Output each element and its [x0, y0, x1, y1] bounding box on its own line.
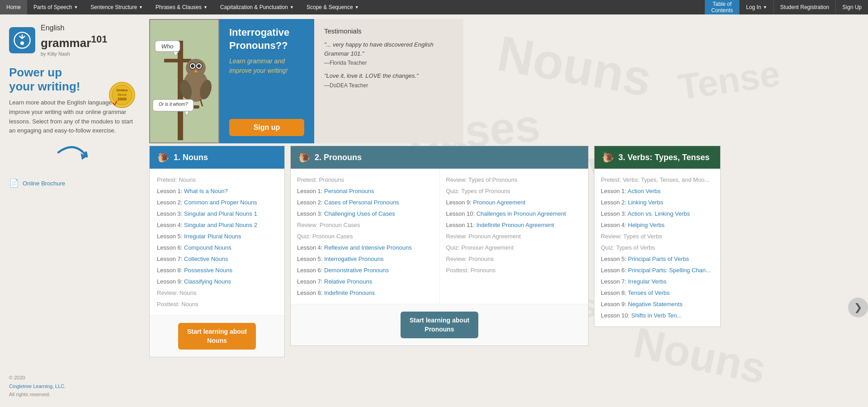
verbs-lesson-2-link[interactable]: Linking Verbs: [628, 199, 663, 206]
pronouns-review-pronouns: Review: Pronouns: [446, 253, 582, 265]
nouns-lesson-1-link[interactable]: What Is a Noun?: [184, 188, 228, 194]
nav-student-reg[interactable]: Student Registration: [774, 0, 836, 14]
nouns-lesson-4-link[interactable]: Singular and Plural Nouns 2: [184, 222, 257, 228]
brochure-link[interactable]: 📄 Online Brochure: [9, 178, 140, 188]
verbs-lesson-8[interactable]: Lesson 8: Tenses of Verbs: [601, 287, 714, 298]
nav-capitalization[interactable]: Capitalization & Punctuation ▼: [214, 0, 300, 14]
verbs-lesson-1[interactable]: Lesson 1: Action Verbs: [601, 185, 714, 197]
pronouns-lesson-1-link[interactable]: Personal Pronouns: [324, 188, 374, 194]
logo-area: English grammar101 by Kitty Nash: [9, 24, 140, 57]
svg-text:Online: Online: [117, 88, 128, 92]
banner-promo: Interrogative Pronouns?? Learn grammar a…: [219, 19, 314, 143]
carousel-next-button[interactable]: ❯: [848, 298, 868, 317]
banner-signup-button[interactable]: Sign up: [229, 119, 304, 136]
verbs-lesson-7-link[interactable]: Irregular Verbs: [628, 278, 666, 285]
pdf-icon: 📄: [9, 178, 19, 188]
nouns-lesson-2[interactable]: Lesson 2: Common and Proper Nouns: [157, 197, 277, 208]
pronouns-lesson-4[interactable]: Lesson 4: Reflexive and Intensive Pronou…: [297, 242, 433, 253]
verbs-lesson-9-link[interactable]: Negative Statements: [628, 301, 683, 308]
nouns-icon: 🐌: [157, 151, 169, 163]
pronouns-lesson-6-link[interactable]: Demonstrative Pronouns: [324, 267, 389, 274]
pronouns-lesson-8-link[interactable]: Indefinite Pronouns: [324, 289, 375, 296]
pronouns-lesson-6[interactable]: Lesson 6: Demonstrative Pronouns: [297, 265, 433, 276]
pronouns-lesson-2-link[interactable]: Cases of Personal Pronouns: [324, 199, 399, 206]
nav-sentence-structure[interactable]: Sentence Structure ▼: [84, 0, 149, 14]
svg-point-14: [191, 64, 194, 68]
nouns-lesson-7[interactable]: Lesson 7: Collective Nouns: [157, 253, 277, 265]
online-badge: Online Since 2000: [108, 81, 136, 109]
start-pronouns-button[interactable]: Start learning about Pronouns: [401, 312, 478, 338]
pronouns-lesson-11[interactable]: Lesson 11: Indefinite Pronoun Agreement: [446, 219, 582, 231]
pronouns-lesson-5[interactable]: Lesson 5: Interrogative Pronouns: [297, 253, 433, 265]
pronouns-lesson-9-link[interactable]: Pronoun Agreement: [473, 199, 526, 206]
verbs-lesson-4[interactable]: Lesson 4: Helping Verbs: [601, 219, 714, 231]
pronouns-icon: 🐌: [298, 151, 310, 163]
brochure-label: Online Brochure: [23, 180, 65, 187]
pronouns-lesson-8[interactable]: Lesson 8: Indefinite Pronouns: [297, 287, 433, 298]
pronouns-lesson-3[interactable]: Lesson 3: Challenging Uses of Cases: [297, 208, 433, 219]
nouns-lesson-9[interactable]: Lesson 9: Classifying Nouns: [157, 276, 277, 287]
nav-scope-sequence[interactable]: Scope & Sequence ▼: [300, 0, 365, 14]
svg-point-11: [186, 59, 206, 77]
pronouns-lesson-4-link[interactable]: Reflexive and Intensive Pronouns: [324, 244, 412, 251]
nouns-lesson-3[interactable]: Lesson 3: Singular and Plural Nouns 1: [157, 208, 277, 219]
pronouns-lesson-3-link[interactable]: Challenging Uses of Cases: [324, 210, 395, 217]
nav-phrases-clauses[interactable]: Phrases & Clauses ▼: [149, 0, 214, 14]
copyright-company[interactable]: Cingletree Learning, LLC.: [9, 383, 66, 389]
verbs-lesson-6[interactable]: Lesson 6: Principal Parts: Spelling Chan…: [601, 265, 714, 276]
pronouns-lesson-10[interactable]: Lesson 10: Challenges in Pronoun Agreeme…: [446, 208, 582, 219]
toc-button[interactable]: Table ofContents: [705, 0, 739, 14]
svg-text:Since: Since: [118, 93, 127, 97]
svg-line-19: [189, 99, 191, 106]
pronouns-col-2: Review: Types of Pronouns Quiz: Types of…: [440, 169, 589, 304]
svg-point-17: [178, 78, 193, 100]
nav-right: Table ofContents Log In ▼ Student Regist…: [705, 0, 868, 14]
pronouns-lesson-7[interactable]: Lesson 7: Relative Pronouns: [297, 276, 433, 287]
verbs-lesson-3-link[interactable]: Action vs. Linking Verbs: [627, 210, 690, 217]
nouns-lesson-8-link[interactable]: Possessive Nouns: [184, 267, 232, 274]
caret-icon: ▼: [74, 5, 78, 9]
verbs-lesson-5[interactable]: Lesson 5: Principal Parts of Verbs: [601, 253, 714, 265]
nouns-lesson-6[interactable]: Lesson 6: Compound Nouns: [157, 242, 277, 253]
verbs-lesson-8-link[interactable]: Tenses of Verbs: [628, 289, 670, 296]
verbs-lesson-3[interactable]: Lesson 3: Action vs. Linking Verbs: [601, 208, 714, 219]
pronouns-lesson-2[interactable]: Lesson 2: Cases of Personal Pronouns: [297, 197, 433, 208]
nouns-lesson-6-link[interactable]: Compound Nouns: [184, 244, 231, 251]
nouns-lesson-4[interactable]: Lesson 4: Singular and Plural Nouns 2: [157, 219, 277, 231]
nouns-lesson-5[interactable]: Lesson 5: Irregular Plural Nouns: [157, 231, 277, 242]
svg-rect-22: [155, 41, 180, 52]
pronouns-lesson-7-link[interactable]: Relative Pronouns: [324, 278, 372, 285]
verbs-lesson-9[interactable]: Lesson 9: Negative Statements: [601, 298, 714, 310]
nouns-lesson-1[interactable]: Lesson 1: What Is a Noun?: [157, 185, 277, 197]
verbs-lesson-10[interactable]: Lesson 10: Shifts in Verb Ten...: [601, 310, 714, 321]
nouns-lesson-7-link[interactable]: Collective Nouns: [184, 256, 228, 262]
verbs-pretest: Pretest: Verbs: Types, Tenses, and Moo..…: [601, 174, 714, 185]
pronouns-lesson-9[interactable]: Lesson 9: Pronoun Agreement: [446, 197, 582, 208]
pronouns-review-agreement: Review: Pronoun Agreement: [446, 231, 582, 242]
nav-home[interactable]: Home: [0, 0, 27, 14]
pronouns-lesson-11-link[interactable]: Indefinite Pronoun Agreement: [476, 222, 554, 228]
nouns-lesson-5-link[interactable]: Irregular Plural Nouns: [184, 233, 241, 240]
nouns-lesson-9-link[interactable]: Classifying Nouns: [184, 278, 231, 285]
nouns-lesson-3-link[interactable]: Singular and Plural Nouns 1: [184, 210, 257, 217]
verbs-lesson-1-link[interactable]: Action Verbs: [627, 188, 660, 194]
nav-signup[interactable]: Sign Up: [835, 0, 868, 14]
verbs-lesson-5-link[interactable]: Principal Parts of Verbs: [628, 256, 689, 262]
verbs-lesson-7[interactable]: Lesson 7: Irregular Verbs: [601, 276, 714, 287]
verbs-lesson-10-link[interactable]: Shifts in Verb Ten...: [631, 312, 682, 319]
start-nouns-button[interactable]: Start learning about Nouns: [178, 323, 256, 350]
nouns-module-body: Pretest: Nouns Lesson 1: What Is a Noun?…: [150, 169, 284, 315]
nouns-lesson-8[interactable]: Lesson 8: Possessive Nouns: [157, 265, 277, 276]
caret-icon: ▼: [203, 5, 208, 9]
verbs-lesson-4-link[interactable]: Helping Verbs: [628, 222, 665, 228]
verbs-lesson-2[interactable]: Lesson 2: Linking Verbs: [601, 197, 714, 208]
pronouns-lesson-10-link[interactable]: Challenges in Pronoun Agreement: [476, 210, 566, 217]
nouns-lesson-2-link[interactable]: Common and Proper Nouns: [184, 199, 257, 206]
verbs-lesson-6-link[interactable]: Principal Parts: Spelling Chan...: [628, 267, 711, 274]
copyright-year: © 2020: [9, 375, 25, 380]
pronouns-lesson-1[interactable]: Lesson 1: Personal Pronouns: [297, 185, 433, 197]
nav-login[interactable]: Log In ▼: [739, 0, 773, 14]
arrow-area: [9, 143, 140, 170]
pronouns-lesson-5-link[interactable]: Interrogative Pronouns: [324, 256, 384, 262]
nav-parts-of-speech[interactable]: Parts of Speech ▼: [27, 0, 84, 14]
